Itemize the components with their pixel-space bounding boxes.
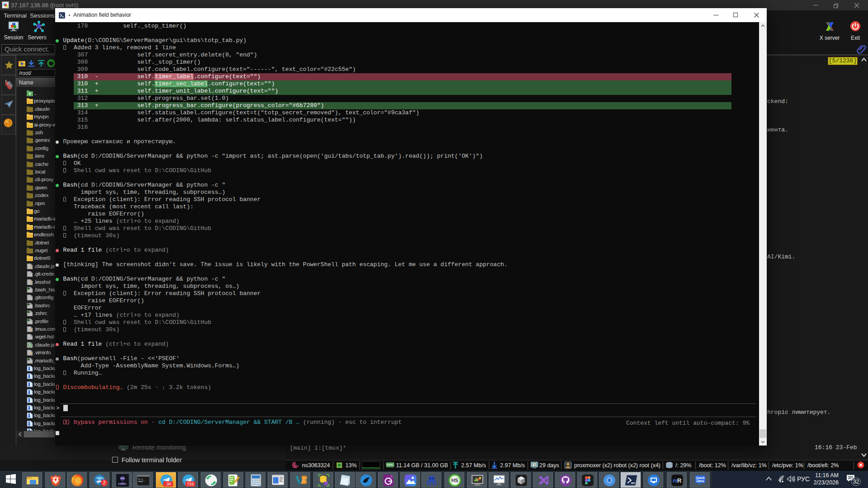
svg-text:utmo: utmo — [696, 479, 704, 483]
svg-text:C:\_: C:\_ — [138, 478, 145, 481]
svg-text:R: R — [677, 477, 682, 484]
svg-text:HS: HS — [451, 478, 458, 483]
